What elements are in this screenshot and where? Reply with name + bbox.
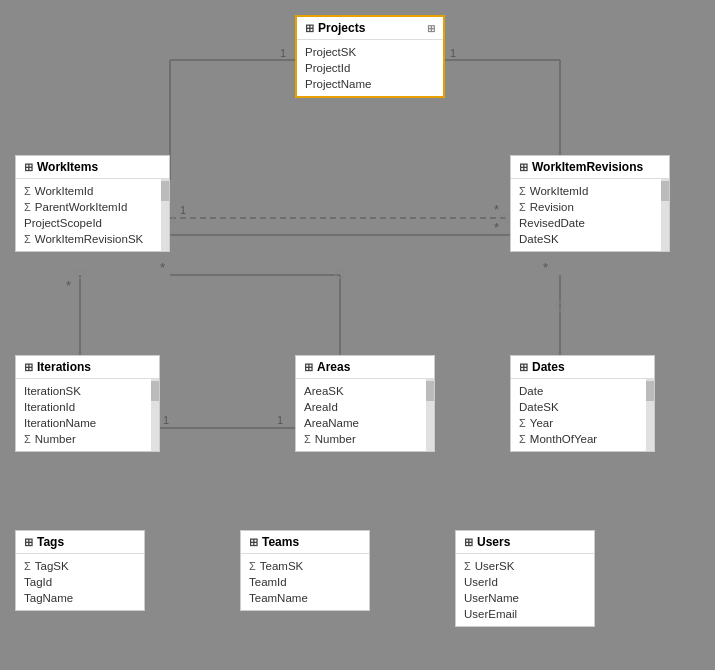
field-useremail: UserEmail: [456, 606, 594, 622]
table-iterations[interactable]: ⊞ Iterations IterationSK IterationId Ite…: [15, 355, 160, 452]
table-icon-teams: ⊞: [249, 536, 258, 549]
field-label-teamsk: TeamSK: [260, 560, 303, 572]
table-body-dates: Date DateSK Σ Year Σ MonthOfYear: [511, 379, 654, 451]
table-body-teams: Σ TeamSK TeamId TeamName: [241, 554, 369, 610]
sigma-parentworkitemid: Σ: [24, 201, 31, 213]
field-label-monthofyear: MonthOfYear: [530, 433, 597, 445]
sigma-revision: Σ: [519, 201, 526, 213]
field-label-datesk: DateSK: [519, 233, 559, 245]
field-label-projectname: ProjectName: [305, 78, 371, 90]
table-workitems[interactable]: ⊞ WorkItems Σ WorkItemId Σ ParentWorkIte…: [15, 155, 170, 252]
sigma-year: Σ: [519, 417, 526, 429]
field-label-projectscopeid: ProjectScopeId: [24, 217, 102, 229]
field-teamid: TeamId: [241, 574, 369, 590]
field-year: Σ Year: [511, 415, 654, 431]
field-projectname: ProjectName: [297, 76, 443, 92]
scrollbar-thumb-iterations[interactable]: [151, 381, 159, 401]
field-label-date: Date: [519, 385, 543, 397]
field-label-iterationsk: IterationSK: [24, 385, 81, 397]
table-header-teams: ⊞ Teams: [241, 531, 369, 554]
field-label-iterationname: IterationName: [24, 417, 96, 429]
scrollbar-iterations[interactable]: [151, 379, 159, 451]
table-header-tags: ⊞ Tags: [16, 531, 144, 554]
table-dates[interactable]: ⊞ Dates Date DateSK Σ Year Σ MonthOfYear: [510, 355, 655, 452]
field-label-useremail: UserEmail: [464, 608, 517, 620]
table-title-teams: Teams: [262, 535, 299, 549]
field-username: UserName: [456, 590, 594, 606]
table-icon-dates: ⊞: [519, 361, 528, 374]
field-label-parentworkitemid: ParentWorkItemId: [35, 201, 127, 213]
svg-text:*: *: [494, 220, 499, 235]
field-label-areaname: AreaName: [304, 417, 359, 429]
svg-text:*: *: [66, 278, 71, 293]
table-header-areas: ⊞ Areas: [296, 356, 434, 379]
field-iterationname: IterationName: [16, 415, 159, 431]
field-label-areask: AreaSK: [304, 385, 344, 397]
field-usersk: Σ UserSK: [456, 558, 594, 574]
field-projectsk: ProjectSK: [297, 44, 443, 60]
field-label-workitemrevisionsk: WorkItemRevisionSK: [35, 233, 143, 245]
field-workitemrevisionsk: Σ WorkItemRevisionSK: [16, 231, 169, 247]
table-title-areas: Areas: [317, 360, 350, 374]
scrollbar-thumb-workitems[interactable]: [161, 181, 169, 201]
scrollbar-thumb-areas[interactable]: [426, 381, 434, 401]
table-title-iterations: Iterations: [37, 360, 91, 374]
field-areaname: AreaName: [296, 415, 434, 431]
table-title-users: Users: [477, 535, 510, 549]
table-workitemrevisions[interactable]: ⊞ WorkItemRevisions Σ WorkItemId Σ Revis…: [510, 155, 670, 252]
field-label-teamname: TeamName: [249, 592, 308, 604]
table-body-tags: Σ TagSK TagId TagName: [16, 554, 144, 610]
scrollbar-dates[interactable]: [646, 379, 654, 451]
field-area-number: Σ Number: [296, 431, 434, 447]
table-icon-projects: ⊞: [305, 22, 314, 35]
field-tagid: TagId: [16, 574, 144, 590]
table-teams[interactable]: ⊞ Teams Σ TeamSK TeamId TeamName: [240, 530, 370, 611]
svg-text:1: 1: [277, 414, 283, 426]
scrollbar-thumb-workitemrevisions[interactable]: [661, 181, 669, 201]
table-areas[interactable]: ⊞ Areas AreaSK AreaId AreaName Σ Number: [295, 355, 435, 452]
scrollbar-workitemrevisions[interactable]: [661, 179, 669, 251]
field-label-tagid: TagId: [24, 576, 52, 588]
table-icon-tags: ⊞: [24, 536, 33, 549]
sigma-workitemid: Σ: [24, 185, 31, 197]
scrollbar-thumb-dates[interactable]: [646, 381, 654, 401]
field-teamname: TeamName: [241, 590, 369, 606]
svg-text:*: *: [160, 260, 165, 275]
field-userid: UserId: [456, 574, 594, 590]
sigma-area-number: Σ: [304, 433, 311, 445]
field-areaid: AreaId: [296, 399, 434, 415]
sigma-usersk: Σ: [464, 560, 471, 572]
er-diagram: 1 * 1 * 1 * * * * 1 * 1 * 1: [0, 0, 715, 670]
field-label-year: Year: [530, 417, 553, 429]
table-header-users: ⊞ Users: [456, 531, 594, 554]
table-title-projects: Projects: [318, 21, 365, 35]
table-projects[interactable]: ⊞ Projects ⊞ ProjectSK ProjectId Project…: [295, 15, 445, 98]
table-users[interactable]: ⊞ Users Σ UserSK UserId UserName UserEma…: [455, 530, 595, 627]
table-body-users: Σ UserSK UserId UserName UserEmail: [456, 554, 594, 626]
svg-text:1: 1: [180, 204, 186, 216]
table-header-projects: ⊞ Projects ⊞: [297, 17, 443, 40]
field-projectscopeid: ProjectScopeId: [16, 215, 169, 231]
sigma-iter-number: Σ: [24, 433, 31, 445]
field-iter-number: Σ Number: [16, 431, 159, 447]
svg-text:1: 1: [163, 414, 169, 426]
field-label-username: UserName: [464, 592, 519, 604]
table-expand-icon[interactable]: ⊞: [427, 23, 435, 34]
table-header-iterations: ⊞ Iterations: [16, 356, 159, 379]
scrollbar-workitems[interactable]: [161, 179, 169, 251]
field-label-iterationid: IterationId: [24, 401, 75, 413]
table-icon-users: ⊞: [464, 536, 473, 549]
svg-text:1: 1: [450, 47, 456, 59]
table-title-dates: Dates: [532, 360, 565, 374]
field-iterationsk: IterationSK: [16, 383, 159, 399]
table-header-dates: ⊞ Dates: [511, 356, 654, 379]
sigma-teamsk: Σ: [249, 560, 256, 572]
field-label-projectid: ProjectId: [305, 62, 350, 74]
field-tagsk: Σ TagSK: [16, 558, 144, 574]
scrollbar-areas[interactable]: [426, 379, 434, 451]
field-wir-workitemid: Σ WorkItemId: [511, 183, 669, 199]
field-revision: Σ Revision: [511, 199, 669, 215]
table-tags[interactable]: ⊞ Tags Σ TagSK TagId TagName: [15, 530, 145, 611]
field-projectid: ProjectId: [297, 60, 443, 76]
field-label-iter-number: Number: [35, 433, 76, 445]
